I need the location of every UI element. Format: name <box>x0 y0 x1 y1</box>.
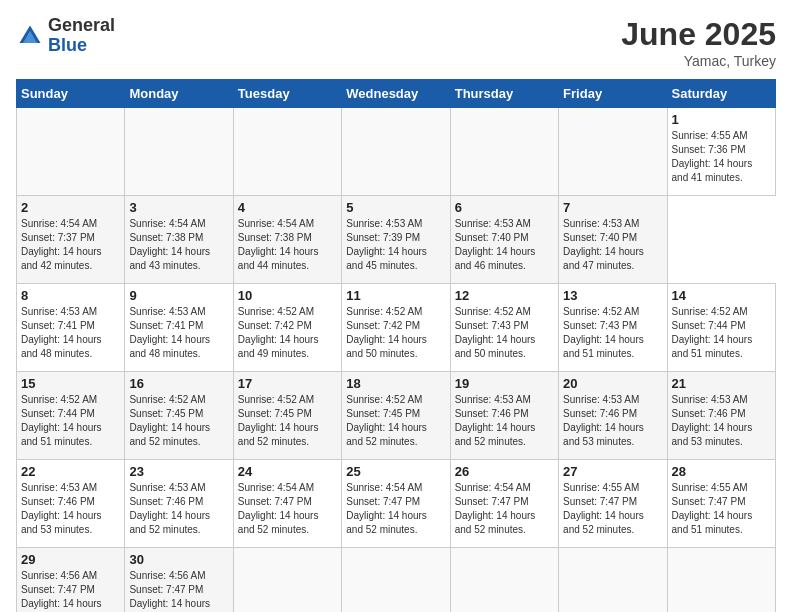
calendar-week-3: 8Sunrise: 4:53 AMSunset: 7:41 PMDaylight… <box>17 284 776 372</box>
day-number: 7 <box>563 200 662 215</box>
day-number: 18 <box>346 376 445 391</box>
day-info: Sunrise: 4:55 AMSunset: 7:47 PMDaylight:… <box>672 481 771 537</box>
day-cell-27: 27Sunrise: 4:55 AMSunset: 7:47 PMDayligh… <box>559 460 667 548</box>
day-number: 11 <box>346 288 445 303</box>
day-info: Sunrise: 4:53 AMSunset: 7:46 PMDaylight:… <box>672 393 771 449</box>
day-cell-18: 18Sunrise: 4:52 AMSunset: 7:45 PMDayligh… <box>342 372 450 460</box>
day-number: 17 <box>238 376 337 391</box>
column-header-saturday: Saturday <box>667 80 775 108</box>
empty-cell <box>667 548 775 613</box>
column-header-monday: Monday <box>125 80 233 108</box>
day-info: Sunrise: 4:53 AMSunset: 7:39 PMDaylight:… <box>346 217 445 273</box>
day-info: Sunrise: 4:54 AMSunset: 7:47 PMDaylight:… <box>238 481 337 537</box>
day-number: 22 <box>21 464 120 479</box>
day-info: Sunrise: 4:54 AMSunset: 7:37 PMDaylight:… <box>21 217 120 273</box>
empty-cell <box>17 108 125 196</box>
day-cell-24: 24Sunrise: 4:54 AMSunset: 7:47 PMDayligh… <box>233 460 341 548</box>
day-cell-25: 25Sunrise: 4:54 AMSunset: 7:47 PMDayligh… <box>342 460 450 548</box>
day-cell-10: 10Sunrise: 4:52 AMSunset: 7:42 PMDayligh… <box>233 284 341 372</box>
day-cell-9: 9Sunrise: 4:53 AMSunset: 7:41 PMDaylight… <box>125 284 233 372</box>
page-header: General Blue June 2025 Yamac, Turkey <box>16 16 776 69</box>
day-info: Sunrise: 4:52 AMSunset: 7:43 PMDaylight:… <box>563 305 662 361</box>
day-info: Sunrise: 4:52 AMSunset: 7:43 PMDaylight:… <box>455 305 554 361</box>
day-number: 26 <box>455 464 554 479</box>
day-number: 4 <box>238 200 337 215</box>
day-info: Sunrise: 4:52 AMSunset: 7:45 PMDaylight:… <box>346 393 445 449</box>
day-info: Sunrise: 4:53 AMSunset: 7:46 PMDaylight:… <box>129 481 228 537</box>
day-cell-5: 5Sunrise: 4:53 AMSunset: 7:39 PMDaylight… <box>342 196 450 284</box>
day-number: 21 <box>672 376 771 391</box>
empty-cell <box>233 548 341 613</box>
day-number: 3 <box>129 200 228 215</box>
day-info: Sunrise: 4:53 AMSunset: 7:40 PMDaylight:… <box>455 217 554 273</box>
day-number: 16 <box>129 376 228 391</box>
calendar-week-5: 22Sunrise: 4:53 AMSunset: 7:46 PMDayligh… <box>17 460 776 548</box>
month-title: June 2025 <box>621 16 776 53</box>
day-cell-29: 29Sunrise: 4:56 AMSunset: 7:47 PMDayligh… <box>17 548 125 613</box>
day-cell-4: 4Sunrise: 4:54 AMSunset: 7:38 PMDaylight… <box>233 196 341 284</box>
day-number: 10 <box>238 288 337 303</box>
day-cell-16: 16Sunrise: 4:52 AMSunset: 7:45 PMDayligh… <box>125 372 233 460</box>
empty-cell <box>450 548 558 613</box>
day-info: Sunrise: 4:53 AMSunset: 7:46 PMDaylight:… <box>563 393 662 449</box>
empty-cell <box>233 108 341 196</box>
day-number: 9 <box>129 288 228 303</box>
day-cell-1: 1Sunrise: 4:55 AMSunset: 7:36 PMDaylight… <box>667 108 775 196</box>
day-cell-30: 30Sunrise: 4:56 AMSunset: 7:47 PMDayligh… <box>125 548 233 613</box>
day-number: 27 <box>563 464 662 479</box>
day-info: Sunrise: 4:53 AMSunset: 7:40 PMDaylight:… <box>563 217 662 273</box>
day-number: 29 <box>21 552 120 567</box>
day-cell-3: 3Sunrise: 4:54 AMSunset: 7:38 PMDaylight… <box>125 196 233 284</box>
day-number: 8 <box>21 288 120 303</box>
day-cell-17: 17Sunrise: 4:52 AMSunset: 7:45 PMDayligh… <box>233 372 341 460</box>
calendar-week-2: 2Sunrise: 4:54 AMSunset: 7:37 PMDaylight… <box>17 196 776 284</box>
day-cell-19: 19Sunrise: 4:53 AMSunset: 7:46 PMDayligh… <box>450 372 558 460</box>
empty-cell <box>342 108 450 196</box>
day-number: 13 <box>563 288 662 303</box>
calendar-week-6: 29Sunrise: 4:56 AMSunset: 7:47 PMDayligh… <box>17 548 776 613</box>
day-info: Sunrise: 4:52 AMSunset: 7:45 PMDaylight:… <box>129 393 228 449</box>
day-cell-2: 2Sunrise: 4:54 AMSunset: 7:37 PMDaylight… <box>17 196 125 284</box>
day-number: 14 <box>672 288 771 303</box>
day-cell-21: 21Sunrise: 4:53 AMSunset: 7:46 PMDayligh… <box>667 372 775 460</box>
day-info: Sunrise: 4:52 AMSunset: 7:44 PMDaylight:… <box>21 393 120 449</box>
calendar-week-4: 15Sunrise: 4:52 AMSunset: 7:44 PMDayligh… <box>17 372 776 460</box>
empty-cell <box>559 548 667 613</box>
day-number: 2 <box>21 200 120 215</box>
day-number: 28 <box>672 464 771 479</box>
column-header-friday: Friday <box>559 80 667 108</box>
day-number: 30 <box>129 552 228 567</box>
day-cell-6: 6Sunrise: 4:53 AMSunset: 7:40 PMDaylight… <box>450 196 558 284</box>
day-info: Sunrise: 4:54 AMSunset: 7:38 PMDaylight:… <box>238 217 337 273</box>
day-info: Sunrise: 4:55 AMSunset: 7:47 PMDaylight:… <box>563 481 662 537</box>
day-info: Sunrise: 4:54 AMSunset: 7:47 PMDaylight:… <box>346 481 445 537</box>
day-number: 19 <box>455 376 554 391</box>
day-info: Sunrise: 4:52 AMSunset: 7:44 PMDaylight:… <box>672 305 771 361</box>
day-info: Sunrise: 4:56 AMSunset: 7:47 PMDaylight:… <box>129 569 228 612</box>
day-number: 12 <box>455 288 554 303</box>
logo-icon <box>16 22 44 50</box>
day-number: 24 <box>238 464 337 479</box>
day-cell-8: 8Sunrise: 4:53 AMSunset: 7:41 PMDaylight… <box>17 284 125 372</box>
day-cell-12: 12Sunrise: 4:52 AMSunset: 7:43 PMDayligh… <box>450 284 558 372</box>
location-subtitle: Yamac, Turkey <box>621 53 776 69</box>
empty-cell <box>125 108 233 196</box>
day-info: Sunrise: 4:54 AMSunset: 7:47 PMDaylight:… <box>455 481 554 537</box>
day-info: Sunrise: 4:53 AMSunset: 7:41 PMDaylight:… <box>129 305 228 361</box>
day-cell-22: 22Sunrise: 4:53 AMSunset: 7:46 PMDayligh… <box>17 460 125 548</box>
title-area: June 2025 Yamac, Turkey <box>621 16 776 69</box>
day-cell-13: 13Sunrise: 4:52 AMSunset: 7:43 PMDayligh… <box>559 284 667 372</box>
day-info: Sunrise: 4:56 AMSunset: 7:47 PMDaylight:… <box>21 569 120 612</box>
day-cell-14: 14Sunrise: 4:52 AMSunset: 7:44 PMDayligh… <box>667 284 775 372</box>
day-cell-15: 15Sunrise: 4:52 AMSunset: 7:44 PMDayligh… <box>17 372 125 460</box>
day-cell-20: 20Sunrise: 4:53 AMSunset: 7:46 PMDayligh… <box>559 372 667 460</box>
day-info: Sunrise: 4:53 AMSunset: 7:46 PMDaylight:… <box>21 481 120 537</box>
day-cell-28: 28Sunrise: 4:55 AMSunset: 7:47 PMDayligh… <box>667 460 775 548</box>
calendar-table: SundayMondayTuesdayWednesdayThursdayFrid… <box>16 79 776 612</box>
day-info: Sunrise: 4:53 AMSunset: 7:46 PMDaylight:… <box>455 393 554 449</box>
day-info: Sunrise: 4:54 AMSunset: 7:38 PMDaylight:… <box>129 217 228 273</box>
day-cell-11: 11Sunrise: 4:52 AMSunset: 7:42 PMDayligh… <box>342 284 450 372</box>
column-header-sunday: Sunday <box>17 80 125 108</box>
empty-cell <box>450 108 558 196</box>
day-info: Sunrise: 4:52 AMSunset: 7:42 PMDaylight:… <box>238 305 337 361</box>
